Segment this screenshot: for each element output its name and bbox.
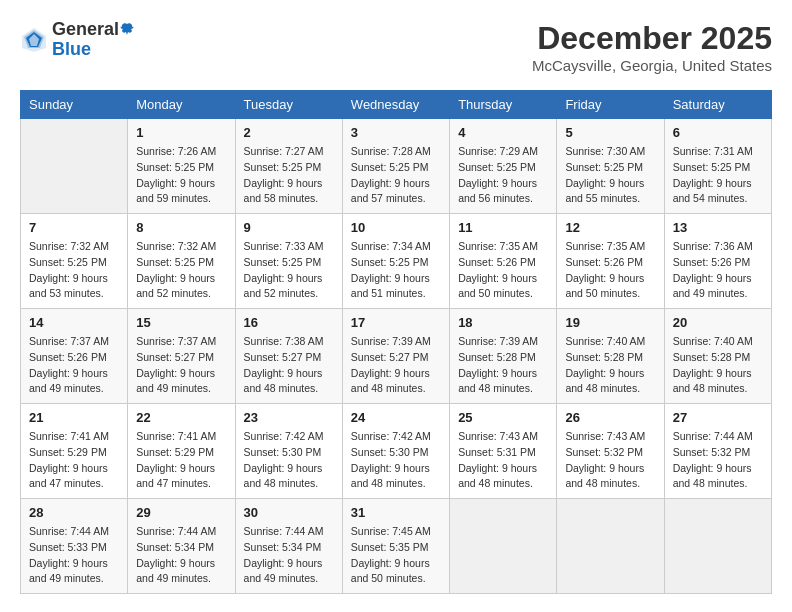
day-number: 28 bbox=[29, 505, 119, 520]
day-number: 26 bbox=[565, 410, 655, 425]
day-info: Sunrise: 7:44 AMSunset: 5:32 PMDaylight:… bbox=[673, 429, 763, 492]
weekday-header-tuesday: Tuesday bbox=[235, 91, 342, 119]
calendar-cell: 27Sunrise: 7:44 AMSunset: 5:32 PMDayligh… bbox=[664, 404, 771, 499]
day-number: 5 bbox=[565, 125, 655, 140]
day-info: Sunrise: 7:33 AMSunset: 5:25 PMDaylight:… bbox=[244, 239, 334, 302]
weekday-header-wednesday: Wednesday bbox=[342, 91, 449, 119]
day-number: 31 bbox=[351, 505, 441, 520]
day-number: 22 bbox=[136, 410, 226, 425]
calendar-cell: 17Sunrise: 7:39 AMSunset: 5:27 PMDayligh… bbox=[342, 309, 449, 404]
logo-blue: Blue bbox=[52, 40, 134, 60]
day-number: 25 bbox=[458, 410, 548, 425]
day-info: Sunrise: 7:30 AMSunset: 5:25 PMDaylight:… bbox=[565, 144, 655, 207]
calendar-cell: 11Sunrise: 7:35 AMSunset: 5:26 PMDayligh… bbox=[450, 214, 557, 309]
calendar-cell: 23Sunrise: 7:42 AMSunset: 5:30 PMDayligh… bbox=[235, 404, 342, 499]
day-number: 14 bbox=[29, 315, 119, 330]
month-title: December 2025 bbox=[532, 20, 772, 57]
logo-icon bbox=[20, 26, 48, 54]
calendar-cell: 26Sunrise: 7:43 AMSunset: 5:32 PMDayligh… bbox=[557, 404, 664, 499]
calendar-cell: 3Sunrise: 7:28 AMSunset: 5:25 PMDaylight… bbox=[342, 119, 449, 214]
day-number: 2 bbox=[244, 125, 334, 140]
day-info: Sunrise: 7:31 AMSunset: 5:25 PMDaylight:… bbox=[673, 144, 763, 207]
calendar-cell: 6Sunrise: 7:31 AMSunset: 5:25 PMDaylight… bbox=[664, 119, 771, 214]
day-number: 23 bbox=[244, 410, 334, 425]
day-info: Sunrise: 7:26 AMSunset: 5:25 PMDaylight:… bbox=[136, 144, 226, 207]
day-info: Sunrise: 7:40 AMSunset: 5:28 PMDaylight:… bbox=[673, 334, 763, 397]
calendar-cell: 10Sunrise: 7:34 AMSunset: 5:25 PMDayligh… bbox=[342, 214, 449, 309]
calendar-cell: 15Sunrise: 7:37 AMSunset: 5:27 PMDayligh… bbox=[128, 309, 235, 404]
calendar-cell: 29Sunrise: 7:44 AMSunset: 5:34 PMDayligh… bbox=[128, 499, 235, 594]
calendar-cell bbox=[664, 499, 771, 594]
day-number: 27 bbox=[673, 410, 763, 425]
calendar-cell: 19Sunrise: 7:40 AMSunset: 5:28 PMDayligh… bbox=[557, 309, 664, 404]
calendar-table: SundayMondayTuesdayWednesdayThursdayFrid… bbox=[20, 90, 772, 594]
calendar-cell: 2Sunrise: 7:27 AMSunset: 5:25 PMDaylight… bbox=[235, 119, 342, 214]
day-number: 16 bbox=[244, 315, 334, 330]
day-number: 19 bbox=[565, 315, 655, 330]
weekday-header-friday: Friday bbox=[557, 91, 664, 119]
day-number: 9 bbox=[244, 220, 334, 235]
logo: General Blue bbox=[20, 20, 134, 60]
day-info: Sunrise: 7:37 AMSunset: 5:26 PMDaylight:… bbox=[29, 334, 119, 397]
day-info: Sunrise: 7:41 AMSunset: 5:29 PMDaylight:… bbox=[136, 429, 226, 492]
day-info: Sunrise: 7:41 AMSunset: 5:29 PMDaylight:… bbox=[29, 429, 119, 492]
day-number: 1 bbox=[136, 125, 226, 140]
day-number: 10 bbox=[351, 220, 441, 235]
day-number: 11 bbox=[458, 220, 548, 235]
calendar-cell: 24Sunrise: 7:42 AMSunset: 5:30 PMDayligh… bbox=[342, 404, 449, 499]
day-info: Sunrise: 7:44 AMSunset: 5:34 PMDaylight:… bbox=[136, 524, 226, 587]
calendar-cell: 1Sunrise: 7:26 AMSunset: 5:25 PMDaylight… bbox=[128, 119, 235, 214]
calendar-cell: 28Sunrise: 7:44 AMSunset: 5:33 PMDayligh… bbox=[21, 499, 128, 594]
day-info: Sunrise: 7:45 AMSunset: 5:35 PMDaylight:… bbox=[351, 524, 441, 587]
day-info: Sunrise: 7:27 AMSunset: 5:25 PMDaylight:… bbox=[244, 144, 334, 207]
day-info: Sunrise: 7:44 AMSunset: 5:34 PMDaylight:… bbox=[244, 524, 334, 587]
weekday-header-row: SundayMondayTuesdayWednesdayThursdayFrid… bbox=[21, 91, 772, 119]
day-info: Sunrise: 7:28 AMSunset: 5:25 PMDaylight:… bbox=[351, 144, 441, 207]
day-number: 15 bbox=[136, 315, 226, 330]
day-number: 30 bbox=[244, 505, 334, 520]
weekday-header-saturday: Saturday bbox=[664, 91, 771, 119]
calendar-week-row: 7Sunrise: 7:32 AMSunset: 5:25 PMDaylight… bbox=[21, 214, 772, 309]
day-number: 7 bbox=[29, 220, 119, 235]
day-info: Sunrise: 7:37 AMSunset: 5:27 PMDaylight:… bbox=[136, 334, 226, 397]
calendar-cell: 31Sunrise: 7:45 AMSunset: 5:35 PMDayligh… bbox=[342, 499, 449, 594]
day-number: 6 bbox=[673, 125, 763, 140]
calendar-cell: 12Sunrise: 7:35 AMSunset: 5:26 PMDayligh… bbox=[557, 214, 664, 309]
calendar-week-row: 1Sunrise: 7:26 AMSunset: 5:25 PMDaylight… bbox=[21, 119, 772, 214]
calendar-cell: 22Sunrise: 7:41 AMSunset: 5:29 PMDayligh… bbox=[128, 404, 235, 499]
day-info: Sunrise: 7:29 AMSunset: 5:25 PMDaylight:… bbox=[458, 144, 548, 207]
day-number: 20 bbox=[673, 315, 763, 330]
calendar-cell: 25Sunrise: 7:43 AMSunset: 5:31 PMDayligh… bbox=[450, 404, 557, 499]
calendar-cell: 30Sunrise: 7:44 AMSunset: 5:34 PMDayligh… bbox=[235, 499, 342, 594]
day-info: Sunrise: 7:39 AMSunset: 5:28 PMDaylight:… bbox=[458, 334, 548, 397]
calendar-cell: 21Sunrise: 7:41 AMSunset: 5:29 PMDayligh… bbox=[21, 404, 128, 499]
weekday-header-thursday: Thursday bbox=[450, 91, 557, 119]
day-info: Sunrise: 7:42 AMSunset: 5:30 PMDaylight:… bbox=[244, 429, 334, 492]
calendar-cell: 14Sunrise: 7:37 AMSunset: 5:26 PMDayligh… bbox=[21, 309, 128, 404]
calendar-week-row: 21Sunrise: 7:41 AMSunset: 5:29 PMDayligh… bbox=[21, 404, 772, 499]
day-info: Sunrise: 7:43 AMSunset: 5:32 PMDaylight:… bbox=[565, 429, 655, 492]
calendar-week-row: 28Sunrise: 7:44 AMSunset: 5:33 PMDayligh… bbox=[21, 499, 772, 594]
calendar-cell: 5Sunrise: 7:30 AMSunset: 5:25 PMDaylight… bbox=[557, 119, 664, 214]
day-info: Sunrise: 7:39 AMSunset: 5:27 PMDaylight:… bbox=[351, 334, 441, 397]
calendar-cell: 16Sunrise: 7:38 AMSunset: 5:27 PMDayligh… bbox=[235, 309, 342, 404]
calendar-cell bbox=[450, 499, 557, 594]
logo-general: General bbox=[52, 20, 119, 40]
day-info: Sunrise: 7:38 AMSunset: 5:27 PMDaylight:… bbox=[244, 334, 334, 397]
day-number: 4 bbox=[458, 125, 548, 140]
calendar-cell: 13Sunrise: 7:36 AMSunset: 5:26 PMDayligh… bbox=[664, 214, 771, 309]
day-number: 13 bbox=[673, 220, 763, 235]
weekday-header-sunday: Sunday bbox=[21, 91, 128, 119]
day-number: 24 bbox=[351, 410, 441, 425]
day-info: Sunrise: 7:40 AMSunset: 5:28 PMDaylight:… bbox=[565, 334, 655, 397]
title-block: December 2025 McCaysville, Georgia, Unit… bbox=[532, 20, 772, 74]
calendar-cell bbox=[557, 499, 664, 594]
calendar-cell: 20Sunrise: 7:40 AMSunset: 5:28 PMDayligh… bbox=[664, 309, 771, 404]
calendar-week-row: 14Sunrise: 7:37 AMSunset: 5:26 PMDayligh… bbox=[21, 309, 772, 404]
day-number: 12 bbox=[565, 220, 655, 235]
logo-bird-icon bbox=[120, 22, 134, 36]
page-header: General Blue December 2025 McCaysville, … bbox=[20, 20, 772, 74]
day-info: Sunrise: 7:35 AMSunset: 5:26 PMDaylight:… bbox=[458, 239, 548, 302]
calendar-cell: 4Sunrise: 7:29 AMSunset: 5:25 PMDaylight… bbox=[450, 119, 557, 214]
calendar-cell: 18Sunrise: 7:39 AMSunset: 5:28 PMDayligh… bbox=[450, 309, 557, 404]
